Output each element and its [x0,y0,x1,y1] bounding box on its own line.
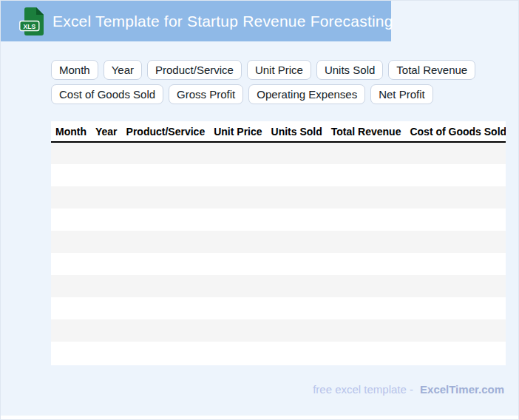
table-row [51,231,506,253]
empty-cell [91,297,122,319]
xls-icon-label: XLS [24,22,36,30]
empty-cell [122,319,210,342]
chip-gross-profit[interactable]: Gross Profit [169,84,243,104]
empty-cell [209,186,266,209]
chip-operating-expenses[interactable]: Operating Expenses [248,84,365,104]
empty-cell [209,319,266,342]
empty-cell [51,186,91,209]
empty-cell [209,209,266,231]
empty-cell [327,297,406,319]
chip-unit-price[interactable]: Unit Price [247,60,311,80]
table-row [51,275,506,297]
table-row [51,319,506,342]
empty-cell [405,142,506,164]
empty-cell [327,209,406,231]
chip-units-sold[interactable]: Units Sold [316,60,383,80]
chip-year[interactable]: Year [104,60,142,80]
chip-cost-of-goods-sold[interactable]: Cost of Goods Sold [51,84,163,104]
table-row [51,164,506,186]
empty-cell [267,275,327,297]
column-header-month: Month [51,121,91,142]
empty-cell [405,275,506,297]
empty-cell [51,275,91,297]
empty-cell [51,297,91,319]
empty-cell [91,319,122,342]
empty-cell [91,231,122,253]
empty-cell [405,209,506,231]
column-header-total-revenue: Total Revenue [327,121,406,142]
empty-cell [267,319,327,342]
forecast-table: MonthYearProduct/ServiceUnit PriceUnits … [51,121,506,364]
empty-cell [91,209,122,231]
xls-file-icon: XLS [19,7,44,36]
table-row [51,342,506,364]
chip-total-revenue[interactable]: Total Revenue [388,60,475,80]
chip-product-service[interactable]: Product/Service [147,60,242,80]
empty-cell [209,342,266,364]
empty-cell [209,142,266,164]
empty-cell [51,253,91,275]
empty-cell [122,142,210,164]
column-header-unit-price: Unit Price [209,121,266,142]
page-title: Excel Template for Startup Revenue Forec… [52,13,393,30]
empty-cell [91,142,122,164]
footer-brand-link[interactable]: ExcelTimer.com [420,383,504,396]
footer-tagline: free excel template - [313,383,413,396]
empty-cell [405,342,506,364]
empty-cell [209,275,266,297]
empty-cell [267,164,327,186]
forecast-table-container: MonthYearProduct/ServiceUnit PriceUnits … [51,121,506,365]
column-header-units-sold: Units Sold [267,121,327,142]
table-row [51,142,506,164]
empty-cell [327,186,406,209]
empty-cell [122,231,210,253]
empty-cell [51,209,91,231]
column-header-product-service: Product/Service [122,121,210,142]
empty-cell [51,142,91,164]
empty-cell [209,231,266,253]
empty-cell [51,164,91,186]
forecast-table-body [51,142,506,364]
empty-cell [267,253,327,275]
empty-cell [267,186,327,209]
empty-cell [51,342,91,364]
forecast-table-head: MonthYearProduct/ServiceUnit PriceUnits … [51,121,506,142]
empty-cell [405,253,506,275]
footer: free excel template -ExcelTimer.com [313,383,504,396]
empty-cell [91,164,122,186]
empty-cell [122,342,210,364]
empty-cell [327,164,406,186]
column-chip-list: MonthYearProduct/ServiceUnit PriceUnits … [51,60,484,104]
empty-cell [405,231,506,253]
empty-cell [91,275,122,297]
empty-cell [209,297,266,319]
empty-cell [122,186,210,209]
empty-cell [327,275,406,297]
empty-cell [91,186,122,209]
empty-cell [267,342,327,364]
empty-cell [122,275,210,297]
table-row [51,186,506,209]
table-row [51,253,506,275]
empty-cell [91,342,122,364]
empty-cell [51,319,91,342]
chip-month[interactable]: Month [51,60,98,80]
column-header-year: Year [91,121,122,142]
empty-cell [267,209,327,231]
empty-cell [51,231,91,253]
table-row [51,297,506,319]
page-background: XLS Excel Template for Startup Revenue F… [1,1,518,416]
empty-cell [327,253,406,275]
empty-cell [91,253,122,275]
header-banner: XLS Excel Template for Startup Revenue F… [1,1,391,41]
empty-cell [405,164,506,186]
empty-cell [209,253,266,275]
empty-cell [122,209,210,231]
empty-cell [209,164,266,186]
empty-cell [122,164,210,186]
chip-net-profit[interactable]: Net Profit [370,84,433,104]
empty-cell [327,142,406,164]
empty-cell [267,297,327,319]
table-row [51,209,506,231]
header-row: MonthYearProduct/ServiceUnit PriceUnits … [51,121,506,142]
